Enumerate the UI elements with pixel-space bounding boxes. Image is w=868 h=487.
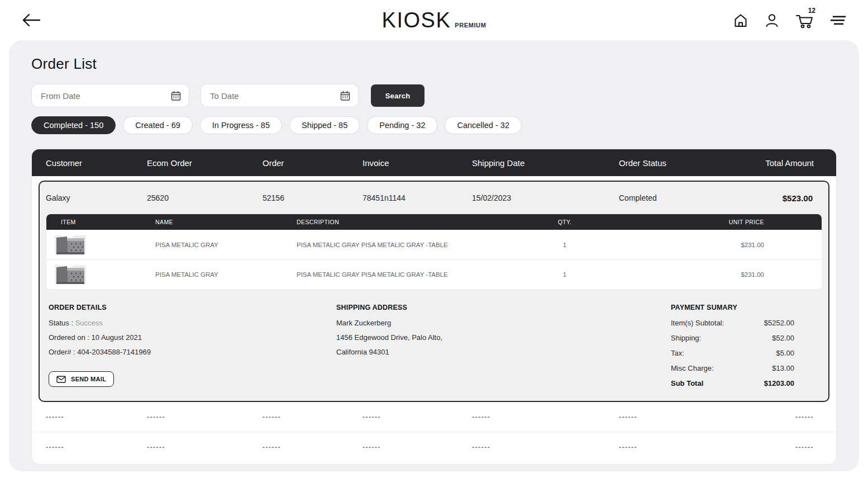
col-invoice: Invoice: [363, 158, 472, 168]
shipping-name: Mark Zuckerberg: [336, 319, 671, 327]
order-list-panel: Order List: [9, 40, 859, 471]
item-col-qty: QTY.: [489, 219, 640, 225]
orders-table-header: Customer Ecom Order Order Invoice Shippi…: [32, 149, 836, 176]
shipping-address-heading: SHIPPING ADDRESS: [336, 304, 671, 311]
cart-count-badge: 12: [808, 7, 815, 15]
placeholder-cell: ------: [752, 443, 814, 451]
item-name: PISA METALIC GRAY: [155, 242, 297, 248]
chip-completed[interactable]: Completed - 150: [31, 116, 116, 134]
chip-cancelled[interactable]: Cancelled - 32: [445, 116, 522, 134]
table-row[interactable]: ------ ------ ------ ------ ------ -----…: [32, 432, 836, 462]
col-total-amount: Total Amount: [752, 158, 814, 168]
item-row: PISA METALIC GRAY PISA METALIC GRAY PISA…: [46, 259, 822, 289]
calendar-icon[interactable]: [340, 91, 350, 101]
placeholder-cell: ------: [147, 443, 263, 451]
payment-row-subtotal: Item(s) Subtotal: $5252.00: [671, 319, 794, 327]
ordered-on-line: Ordered on : 10 August 2021: [49, 333, 336, 342]
payment-value: $5252.00: [764, 319, 794, 327]
payment-value: $5.00: [776, 349, 794, 357]
chip-pending[interactable]: Pending - 32: [367, 116, 437, 134]
to-date-field[interactable]: [201, 84, 359, 107]
payment-summary-block: PAYMENT SUMARY Item(s) Subtotal: $5252.0…: [671, 304, 794, 387]
placeholder-cell: ------: [263, 443, 363, 451]
shipping-address-block: SHIPPING ADDRESS Mark Zuckerberg 1456 Ed…: [336, 304, 671, 387]
placeholder-cell: ------: [46, 443, 147, 451]
app-logo: KIOSK PREMIUM: [382, 8, 487, 32]
payment-label: Item(s) Subtotal:: [671, 319, 724, 327]
order-customer: Galaxy: [46, 193, 147, 202]
order-summary-row[interactable]: Galaxy 25620 52156 78451n1144 15/02/2023…: [40, 182, 828, 214]
placeholder-cell: ------: [147, 413, 263, 421]
order-details-section: ORDER DETAILS Status : Success Ordered o…: [40, 289, 828, 401]
col-order: Order: [263, 158, 363, 168]
orders-table: Customer Ecom Order Order Invoice Shippi…: [31, 149, 837, 465]
col-ecom-order: Ecom Order: [147, 158, 263, 168]
profile-button[interactable]: [763, 11, 781, 29]
col-shipping-date: Shipping Date: [472, 158, 619, 168]
date-search-row: Search: [31, 84, 837, 107]
placeholder-cell: ------: [472, 443, 619, 451]
payment-total-label: Sub Total: [671, 379, 703, 387]
order-items-table: ITEM NAME DESCRIPTION QTY. UNIT PRICE: [46, 214, 822, 289]
item-description: PISA METALIC GRAY PISA METALIC GRAY -TAB…: [297, 242, 489, 248]
send-mail-button[interactable]: SEND MAIL: [49, 371, 114, 387]
home-button[interactable]: [732, 11, 750, 29]
menu-button[interactable]: [828, 11, 849, 29]
order-status-line: Status : Success: [49, 319, 336, 327]
shipping-street: 1456 Edgewood Drive, Palo Alto,: [336, 333, 671, 342]
status-filter-chips: Completed - 150 Created - 69 In Progress…: [31, 116, 837, 134]
placeholder-cell: ------: [363, 413, 472, 421]
product-image: [61, 265, 155, 284]
envelope-icon: [56, 376, 66, 383]
order-number-line: Order# : 404-2034588-7141969: [49, 348, 336, 356]
order-ecom-order: 25620: [147, 193, 263, 202]
expanded-order-card: Galaxy 25620 52156 78451n1144 15/02/2023…: [39, 181, 829, 402]
user-icon: [764, 12, 780, 28]
item-col-description: DESCRIPTION: [297, 219, 489, 225]
col-customer: Customer: [46, 158, 147, 168]
col-order-status: Order Status: [619, 158, 752, 168]
shipping-city: California 94301: [336, 348, 671, 356]
from-date-input[interactable]: [40, 91, 171, 101]
item-qty: 1: [489, 271, 640, 278]
items-table-header: ITEM NAME DESCRIPTION QTY. UNIT PRICE: [46, 214, 822, 230]
payment-label: Shipping:: [671, 334, 701, 342]
table-row[interactable]: ------ ------ ------ ------ ------ -----…: [32, 402, 836, 432]
payment-value: $13.00: [772, 364, 794, 372]
payment-row-tax: Tax: $5.00: [671, 349, 794, 357]
order-invoice: 78451n1144: [363, 193, 472, 202]
order-details-block: ORDER DETAILS Status : Success Ordered o…: [49, 304, 336, 387]
payment-row-total: Sub Total $1203.00: [671, 379, 794, 387]
logo-suffix: PREMIUM: [455, 22, 486, 29]
from-date-field[interactable]: [31, 84, 189, 107]
payment-value: $52.00: [772, 334, 794, 342]
placeholder-cell: ------: [472, 413, 619, 421]
calendar-icon[interactable]: [171, 91, 181, 101]
hamburger-menu-icon: [829, 12, 848, 28]
back-button[interactable]: [19, 11, 45, 30]
send-mail-label: SEND MAIL: [71, 376, 106, 382]
placeholder-cell: ------: [263, 413, 363, 421]
placeholder-cell: ------: [619, 413, 752, 421]
logo-text: KIOSK: [382, 8, 451, 32]
item-description: PISA METALIC GRAY PISA METALIC GRAY -TAB…: [297, 271, 489, 278]
search-button[interactable]: Search: [371, 84, 425, 107]
payment-row-shipping: Shipping: $52.00: [671, 334, 794, 342]
to-date-input[interactable]: [209, 91, 340, 101]
item-col-unit-price: UNIT PRICE: [640, 219, 764, 225]
order-total-amount: $523.00: [752, 193, 813, 203]
chip-shipped[interactable]: Shipped - 85: [289, 116, 360, 134]
payment-row-misc: Misc Charge: $13.00: [671, 364, 794, 372]
item-unit-price: $231.00: [640, 242, 764, 248]
order-shipping-date: 15/02/2023: [472, 193, 619, 202]
cart-button[interactable]: 12: [794, 11, 814, 30]
payment-label: Tax:: [671, 349, 684, 357]
chip-in-progress[interactable]: In Progress - 85: [200, 116, 282, 134]
status-label: Status :: [49, 319, 73, 327]
payment-total-value: $1203.00: [764, 379, 794, 387]
placeholder-cell: ------: [363, 443, 472, 451]
order-details-heading: ORDER DETAILS: [49, 304, 336, 311]
placeholder-cell: ------: [752, 413, 814, 421]
chip-created[interactable]: Created - 69: [123, 116, 193, 134]
top-bar-actions: 12: [732, 11, 849, 30]
